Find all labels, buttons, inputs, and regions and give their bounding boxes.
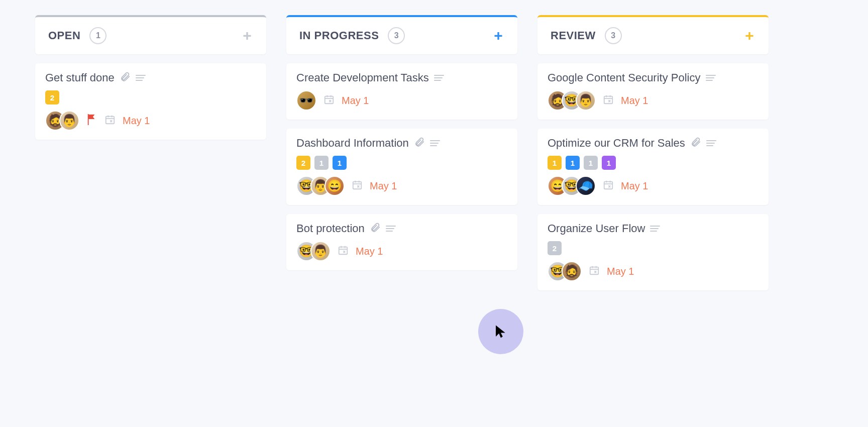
calendar-icon — [104, 114, 116, 127]
svg-rect-1 — [325, 96, 334, 104]
due-date[interactable]: May 1 — [621, 180, 648, 192]
tag-badge[interactable]: 1 — [314, 156, 329, 170]
card-footer: 🤓🧔May 1 — [548, 261, 758, 281]
column-header[interactable]: OPEN1+ — [35, 15, 266, 54]
column-count-badge: 3 — [605, 27, 622, 44]
card-title-row: Dashboard Information — [296, 137, 507, 150]
column-count-badge: 1 — [89, 27, 106, 44]
svg-rect-4 — [604, 96, 613, 104]
card-title-row: Create Development Tasks — [296, 71, 507, 84]
column-header[interactable]: IN PROGRESS3+ — [286, 15, 517, 54]
tag-badge[interactable]: 1 — [584, 156, 598, 170]
cursor-highlight — [478, 309, 523, 354]
card-title: Optimize our CRM for Sales — [548, 137, 685, 150]
card-title: Organize User Flow — [548, 222, 645, 235]
svg-rect-5 — [604, 182, 613, 189]
avatar[interactable]: 👨 — [576, 90, 596, 111]
task-card[interactable]: Optimize our CRM for Sales1111😄🤓🧢May 1 — [537, 129, 769, 205]
card-title: Create Development Tasks — [296, 71, 429, 84]
card-title-row: Organize User Flow — [548, 222, 758, 235]
cursor-icon — [494, 324, 507, 339]
card-title: Google Content Security Policy — [548, 71, 701, 84]
card-title: Get stuff done — [45, 71, 115, 84]
calendar-icon — [352, 179, 363, 192]
tag-row: 1111 — [548, 156, 758, 170]
description-icon — [434, 75, 444, 81]
card-title: Dashboard Information — [296, 137, 409, 150]
due-date[interactable]: May 1 — [370, 180, 397, 192]
calendar-icon — [603, 94, 614, 107]
flag-icon — [86, 113, 97, 128]
due-date[interactable]: May 1 — [621, 95, 648, 106]
attachment-icon — [690, 137, 701, 150]
attachment-icon — [414, 137, 425, 150]
assignee-avatars[interactable]: 🕶️ — [296, 90, 316, 111]
column-review: REVIEW3+Google Content Security Policy🧔🤓… — [537, 15, 769, 290]
tag-row: 2 — [45, 90, 256, 104]
tag-badge[interactable]: 2 — [548, 241, 562, 255]
tag-row: 211 — [296, 156, 507, 170]
card-title-row: Optimize our CRM for Sales — [548, 137, 758, 150]
task-card[interactable]: Google Content Security Policy🧔🤓👨May 1 — [537, 63, 769, 120]
column-title: REVIEW — [551, 29, 596, 42]
tag-badge[interactable]: 1 — [548, 156, 562, 170]
card-title-row: Bot protection — [296, 222, 507, 235]
description-icon — [706, 140, 716, 146]
attachment-icon — [370, 222, 381, 235]
task-card[interactable]: Organize User Flow2🤓🧔May 1 — [537, 214, 769, 290]
due-date[interactable]: May 1 — [342, 95, 369, 106]
card-footer: 🤓👨May 1 — [296, 241, 507, 261]
task-card[interactable]: Get stuff done2🧔👨May 1 — [35, 63, 266, 140]
calendar-icon — [338, 245, 349, 258]
card-footer: 🤓👨😄May 1 — [296, 176, 507, 196]
calendar-icon — [603, 179, 614, 192]
task-card[interactable]: Bot protection🤓👨May 1 — [286, 214, 517, 270]
column-header[interactable]: REVIEW3+ — [537, 15, 769, 54]
avatar[interactable]: 👨 — [59, 111, 79, 131]
card-title-row: Google Content Security Policy — [548, 71, 758, 84]
tag-badge[interactable]: 2 — [45, 90, 59, 104]
calendar-icon — [589, 265, 600, 278]
avatar[interactable]: 😄 — [324, 176, 345, 196]
avatar[interactable]: 🕶️ — [296, 90, 316, 111]
due-date[interactable]: May 1 — [123, 115, 150, 127]
description-icon — [386, 226, 396, 232]
attachment-icon — [120, 71, 131, 84]
column-title: IN PROGRESS — [299, 29, 379, 42]
assignee-avatars[interactable]: 🧔🤓👨 — [548, 90, 596, 111]
svg-rect-6 — [590, 267, 599, 275]
card-footer: 😄🤓🧢May 1 — [548, 176, 758, 196]
avatar[interactable]: 👨 — [310, 241, 331, 261]
assignee-avatars[interactable]: 😄🤓🧢 — [548, 176, 596, 196]
assignee-avatars[interactable]: 🤓👨😄 — [296, 176, 345, 196]
card-title: Bot protection — [296, 222, 365, 235]
tag-badge[interactable]: 1 — [333, 156, 347, 170]
column-count-badge: 3 — [388, 27, 405, 44]
kanban-board: OPEN1+Get stuff done2🧔👨May 1IN PROGRESS3… — [0, 0, 868, 305]
add-task-button[interactable]: + — [742, 29, 756, 43]
assignee-avatars[interactable]: 🤓👨 — [296, 241, 331, 261]
description-icon — [706, 75, 716, 81]
column-open: OPEN1+Get stuff done2🧔👨May 1 — [35, 15, 266, 290]
assignee-avatars[interactable]: 🤓🧔 — [548, 261, 582, 281]
tag-badge[interactable]: 2 — [296, 156, 310, 170]
card-footer: 🕶️May 1 — [296, 90, 507, 111]
due-date[interactable]: May 1 — [356, 246, 383, 257]
description-icon — [430, 140, 440, 146]
task-card[interactable]: Create Development Tasks🕶️May 1 — [286, 63, 517, 120]
assignee-avatars[interactable]: 🧔👨 — [45, 111, 79, 131]
task-card[interactable]: Dashboard Information211🤓👨😄May 1 — [286, 129, 517, 205]
card-footer: 🧔🤓👨May 1 — [548, 90, 758, 111]
add-task-button[interactable]: + — [491, 29, 505, 43]
svg-rect-0 — [106, 117, 115, 124]
column-in-progress: IN PROGRESS3+Create Development Tasks🕶️M… — [286, 15, 517, 290]
card-footer: 🧔👨May 1 — [45, 111, 256, 131]
due-date[interactable]: May 1 — [607, 266, 634, 277]
add-task-button[interactable]: + — [240, 29, 254, 43]
description-icon — [650, 226, 660, 232]
avatar[interactable]: 🧔 — [562, 261, 582, 281]
avatar[interactable]: 🧢 — [576, 176, 596, 196]
tag-badge[interactable]: 1 — [602, 156, 616, 170]
svg-rect-2 — [353, 182, 362, 189]
tag-badge[interactable]: 1 — [566, 156, 580, 170]
